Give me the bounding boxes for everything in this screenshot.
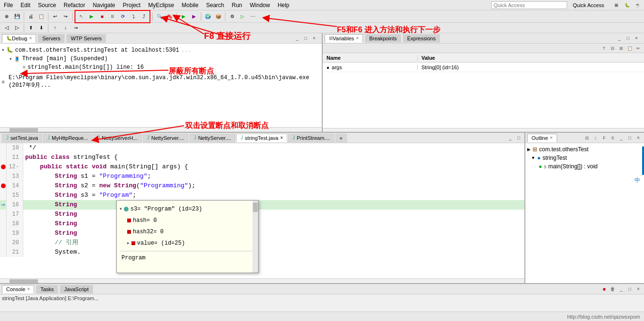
menu-refactor[interactable]: Refactor	[62, 1, 87, 9]
console-maximize-btn[interactable]: □	[626, 285, 634, 293]
debug-close-btn[interactable]: ×	[310, 35, 318, 42]
outline-hide-fields-btn[interactable]: F	[600, 134, 608, 142]
quick-access-input[interactable]	[491, 1, 567, 9]
popup-expand-icon[interactable]: ▼	[120, 204, 122, 214]
tab-servers[interactable]: Servers	[38, 34, 65, 43]
code-line-10[interactable]: 10 */	[0, 143, 524, 153]
nav6-btn[interactable]: ↓	[61, 23, 70, 33]
tab-expressions[interactable]: Expressions	[403, 34, 440, 43]
bp-area-13[interactable]	[0, 172, 7, 181]
code-line-18[interactable]: 18 String	[0, 219, 524, 229]
debug-perspective-btn[interactable]: 🐛	[622, 0, 632, 10]
forward-btn[interactable]: ▷	[12, 23, 22, 33]
bp-area-21[interactable]	[0, 248, 7, 257]
tab-wtp-servers[interactable]: WTP Servers	[66, 34, 106, 43]
nav4-btn[interactable]: ⬇	[37, 23, 46, 33]
outline-minimize-btn[interactable]: _	[617, 134, 625, 142]
nav3-btn[interactable]: ⬆	[26, 23, 36, 33]
tab-nettyserverh[interactable]: J NettyServerH...	[93, 134, 142, 142]
code-editor[interactable]: 10 */ 11 public class stringTest { 12- p…	[0, 143, 524, 278]
bp-area-14[interactable]	[0, 181, 7, 191]
outline-item-class[interactable]: ▼ ● stringTest	[527, 154, 642, 162]
menu-source[interactable]: Source	[36, 1, 58, 9]
stringtest-tab-close[interactable]: ×	[280, 135, 283, 140]
bp-area-15[interactable]	[0, 191, 7, 200]
tab-more[interactable]: »	[336, 134, 347, 142]
bp-area-10[interactable]	[0, 143, 7, 153]
new-btn[interactable]: ⊕	[2, 12, 11, 21]
tab-stringtest[interactable]: J stringTest.java ×	[236, 134, 287, 142]
code-line-15[interactable]: 15 String s3 = "Program";	[0, 191, 524, 200]
console-clear-btn[interactable]: 🗑	[609, 285, 616, 293]
var-maximize-btn[interactable]: □	[624, 35, 632, 42]
debug-tree-item-3[interactable]: ⚙ E:\Program Files\myeclipse\binary\com.…	[2, 73, 320, 90]
menu-edit[interactable]: Edit	[19, 1, 32, 9]
tab-breakpoints[interactable]: Breakpoints	[365, 34, 401, 43]
console-minimize-btn[interactable]: _	[617, 285, 625, 293]
menu-window[interactable]: Window	[248, 1, 272, 9]
run-btn[interactable]: ▶	[87, 12, 96, 21]
pause-btn[interactable]: ⏸	[108, 12, 117, 21]
copy-btn[interactable]: 📋	[37, 12, 46, 21]
bp-area-20[interactable]	[0, 238, 7, 248]
run-debug2-btn[interactable]: ▶	[189, 12, 199, 21]
bp-area-19[interactable]	[0, 229, 7, 238]
nav7-btn[interactable]: ⇒	[71, 23, 81, 33]
bp-area-18[interactable]	[0, 219, 7, 229]
menu-run[interactable]: Run	[230, 1, 244, 9]
settings-btn[interactable]: ⚙	[227, 12, 237, 21]
debug-tab-close[interactable]: ×	[29, 36, 32, 41]
tab-nettyserver2[interactable]: J NettyServer....	[189, 134, 235, 142]
outline-close-btn[interactable]: ×	[635, 134, 642, 142]
show-type-btn[interactable]: T	[600, 45, 608, 52]
bp-area-11[interactable]	[0, 153, 7, 162]
stop-btn[interactable]: ■	[97, 12, 107, 21]
var-resize-handle[interactable]	[323, 128, 644, 132]
popup-scrollbar[interactable]	[252, 201, 258, 273]
console-close-btn[interactable]: ×	[635, 285, 642, 293]
nav5-btn[interactable]: ↑	[50, 23, 60, 33]
var-close-btn[interactable]: ×	[633, 35, 640, 42]
debug-tree-item-2[interactable]: ≡ stringTest.main(String[]) line: 16	[2, 63, 320, 72]
code-line-21[interactable]: 21 System.	[0, 248, 524, 257]
tab-outline[interactable]: Outline ×	[527, 134, 557, 142]
bp-area-12[interactable]	[0, 162, 7, 172]
outline-maximize-btn[interactable]: □	[626, 134, 634, 142]
select-tool-btn[interactable]: ↖	[76, 12, 86, 21]
menu-mobile[interactable]: Mobile	[180, 1, 200, 9]
outline-item-method[interactable]: ● s main(String[]) : void	[527, 162, 642, 171]
outline-hide-static-btn[interactable]: S	[609, 134, 616, 142]
search-btn[interactable]: 🔍	[155, 12, 164, 21]
debug-scrollbar-h[interactable]	[0, 127, 322, 132]
debug-minimize-btn[interactable]: _	[293, 35, 301, 42]
run-debug-btn[interactable]: ▶	[179, 12, 188, 21]
step-into-btn[interactable]: ⤵	[129, 12, 138, 21]
editor-maximize-btn[interactable]: □	[515, 134, 523, 142]
bp-area-17[interactable]	[0, 210, 7, 219]
menu-project[interactable]: Project	[121, 1, 142, 9]
bp-area-16[interactable]: ⇒	[0, 200, 7, 210]
debug-tree-item-1[interactable]: ▼ 🧵 Thread [main] (Suspended)	[2, 55, 320, 63]
code-line-13[interactable]: 13 String s1 = "Programming";	[0, 172, 524, 181]
menu-help[interactable]: Help	[276, 1, 291, 9]
java-perspective-btn[interactable]: ☕	[633, 0, 642, 10]
deploy-btn[interactable]: 📦	[214, 12, 223, 21]
var-copy-btn[interactable]: 📋	[626, 45, 634, 52]
console-terminate-btn[interactable]: ■	[600, 285, 608, 293]
console-tab-close[interactable]: ×	[27, 286, 30, 292]
debug-maximize-btn[interactable]: □	[302, 35, 309, 42]
var-expand-btn[interactable]: ⊞	[617, 45, 625, 52]
debug-tree-item-0[interactable]: ▼ 🐛 com.test.othersTest.stringTest at lo…	[2, 46, 320, 55]
menu-navigate[interactable]: Navigate	[91, 1, 117, 9]
tab-nettyserver1[interactable]: J NettyServer....	[143, 134, 189, 142]
outline-item-package[interactable]: ▶ ⊞ com.test.othersTest	[527, 145, 642, 154]
play3-btn[interactable]: ▷	[238, 12, 247, 21]
tab-variables[interactable]: ⊞ Variables ×	[325, 34, 363, 43]
editor-scrollbar-h[interactable]	[0, 278, 524, 283]
tab-console[interactable]: Console ×	[2, 285, 34, 293]
code-line-16[interactable]: ⇒ 16 String	[0, 200, 524, 210]
code-line-19[interactable]: 19 String	[0, 229, 524, 238]
tab-javascript[interactable]: JavaScript	[60, 285, 93, 293]
popup-value-row[interactable]: ▶ value= (id=25)	[120, 238, 255, 249]
menu-file[interactable]: File	[2, 1, 15, 9]
